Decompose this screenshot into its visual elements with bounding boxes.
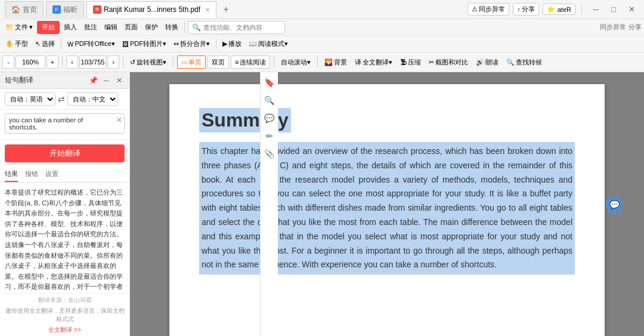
sidebar-comment-icon[interactable]: 💬: [262, 110, 277, 126]
start-menu[interactable]: 开始: [37, 21, 60, 34]
close-button[interactable]: ✕: [624, 3, 639, 16]
crop-compare-btn[interactable]: ✂ 截图和对比: [426, 56, 471, 69]
single-page-btn[interactable]: ▭ 单页: [177, 56, 206, 69]
tab-pdf[interactable]: R Ranjit Kumar 5...inners 5th.pdf ✕: [86, 1, 216, 18]
sidebar-search-icon[interactable]: 🔍: [262, 93, 277, 108]
sep4: [62, 57, 63, 67]
rate-button[interactable]: ⭐ ateR: [543, 4, 575, 15]
error-tab[interactable]: 报错: [25, 167, 38, 182]
sync-icon: ⚠: [472, 5, 478, 13]
tts-btn[interactable]: 🔊 朗读: [473, 56, 501, 69]
sep8: [317, 57, 318, 67]
tab-home[interactable]: 🏠 首页: [5, 1, 44, 18]
prev-page-btn[interactable]: ‹: [66, 56, 78, 69]
title-bar: 🏠 首页 F 福昕 R Ranjit Kumar 5...inners 5th.…: [0, 0, 644, 19]
maximize-button[interactable]: □: [606, 3, 621, 16]
sep5: [123, 57, 123, 67]
zoom-input[interactable]: [16, 56, 45, 69]
crop-icon: ✂: [429, 58, 434, 66]
sidebar-edit-icon[interactable]: ✏: [262, 128, 277, 144]
swap-lang-icon[interactable]: ⇄: [58, 94, 65, 104]
sep6: [173, 57, 174, 67]
protect-menu[interactable]: 保护: [142, 21, 161, 34]
tab-close-icon[interactable]: ✕: [205, 7, 210, 13]
merge-icon: ⇔: [174, 40, 179, 48]
settings-tab[interactable]: 设置: [45, 167, 58, 182]
page-menu[interactable]: 页面: [122, 21, 141, 34]
main-area: 短句翻译 📌 ─ ✕ 自动：英语 ⇄ 自动：中文 ✕ 开始翻译 结果 报错 设置…: [0, 72, 644, 336]
divider: [581, 5, 582, 14]
select-tool[interactable]: ↖ 选择: [32, 38, 58, 51]
rotate-view-btn[interactable]: ↺ 旋转视图▾: [127, 56, 169, 69]
insert-menu[interactable]: 插入: [61, 21, 80, 34]
target-lang-select[interactable]: 自动：中文: [67, 93, 118, 106]
zoom-out-btn[interactable]: -: [2, 56, 14, 69]
next-page-btn[interactable]: ›: [107, 56, 119, 69]
page-nav: ‹ ›: [66, 56, 119, 69]
translate-button[interactable]: 开始翻译: [5, 144, 125, 162]
separator-1: [184, 22, 185, 33]
scene-bg-btn[interactable]: 🌄 背景: [321, 56, 350, 69]
source-lang-select[interactable]: 自动：英语: [5, 93, 55, 106]
reading-mode-btn[interactable]: 📖 阅读模式▾: [246, 38, 291, 51]
search-input[interactable]: [203, 24, 281, 31]
panel-title: 短句翻译: [5, 75, 85, 85]
continuous-btn[interactable]: ≡ 连续阅读: [231, 56, 270, 69]
full-translate-btn[interactable]: 译 全文翻译▾: [352, 56, 395, 69]
sidebar-attach-icon[interactable]: 📎: [262, 146, 277, 162]
share-button[interactable]: ↑ 分享: [513, 3, 539, 16]
auto-scroll-btn[interactable]: 自动滚动▾: [278, 56, 314, 69]
annotate-menu[interactable]: 批注: [81, 21, 100, 34]
file-menu[interactable]: 📁 文件 ▾: [2, 21, 36, 34]
zoom-in-btn[interactable]: +: [47, 56, 58, 69]
convert-menu[interactable]: 转换: [162, 21, 181, 34]
sync-button[interactable]: ⚠ 同步异常: [467, 3, 509, 16]
search-box[interactable]: 🔍: [188, 21, 285, 34]
sep7: [274, 57, 274, 67]
file-icon: 📁: [5, 23, 14, 31]
rate-icon: ⭐: [547, 5, 555, 13]
tts-icon: 🔊: [476, 58, 484, 66]
translate-icon: 译: [355, 58, 361, 67]
full-translate-link[interactable]: 全文翻译 >>: [48, 326, 80, 333]
edit-menu[interactable]: 编辑: [101, 21, 120, 34]
home-icon: 🏠: [11, 5, 20, 14]
lang-select-row: 自动：英语 ⇄ 自动：中文: [0, 89, 129, 110]
tool-toolbar: ✋ 手型 ↖ 选择 W PDF转Office▾ 🖼 PDF转图片▾ ⇔ 拆分合并…: [0, 36, 644, 53]
single-icon: ▭: [181, 58, 187, 66]
tab-foxit[interactable]: F 福昕: [46, 1, 84, 18]
book-icon: 📖: [249, 40, 257, 48]
sync-status: 同步异常: [600, 23, 626, 32]
hand-tool[interactable]: ✋ 手型: [2, 38, 31, 51]
double-page-btn[interactable]: 双页: [208, 56, 229, 69]
toolbar-area: 📁 文件 ▾ 开始 插入 批注 编辑 页面 保护 转换 🔍: [0, 19, 644, 72]
check-icon: 🔍: [506, 58, 515, 66]
panel-close-btn[interactable]: ✕: [114, 75, 125, 86]
select-icon: ↖: [35, 40, 41, 48]
sep3: [216, 39, 216, 50]
split-merge-btn[interactable]: ⇔ 拆分合并▾: [171, 38, 213, 51]
play-btn[interactable]: ▶ 播放: [219, 38, 244, 51]
view-toolbar: - + ‹ › ↺ 旋转视图▾ ▭ 单页 双页 ≡ 连续阅读 自动滚动▾: [0, 53, 644, 72]
clear-input-icon[interactable]: ✕: [116, 116, 122, 124]
check-switch-btn[interactable]: 🔍 查找转候: [503, 56, 545, 69]
compress-icon: 🗜: [400, 58, 407, 66]
panel-min-btn[interactable]: ─: [101, 75, 112, 86]
result-tab[interactable]: 结果: [5, 167, 18, 182]
panel-pin-btn[interactable]: 📌: [88, 75, 98, 86]
float-action-button[interactable]: 💬: [606, 196, 623, 213]
pdf-to-img-btn[interactable]: 🖼 PDF转图片▾: [119, 38, 169, 51]
page-number-input[interactable]: [79, 56, 106, 69]
add-tab-button[interactable]: +: [219, 2, 233, 17]
translation-input[interactable]: [5, 113, 125, 134]
translation-panel: 短句翻译 📌 ─ ✕ 自动：英语 ⇄ 自动：中文 ✕ 开始翻译 结果 报错 设置…: [0, 72, 130, 336]
input-area: ✕: [0, 110, 129, 140]
rotate-icon: ↺: [130, 58, 135, 66]
panel-header: 短句翻译 📌 ─ ✕: [0, 72, 129, 89]
chevron-down-icon: ▾: [29, 23, 33, 31]
play-icon: ▶: [222, 40, 227, 48]
pdf-to-office-btn[interactable]: W PDF转Office▾: [64, 38, 118, 51]
compress-btn[interactable]: 🗜 压缩: [397, 56, 424, 69]
sidebar-bookmark-icon[interactable]: 🔖: [262, 75, 277, 90]
minimize-button[interactable]: ─: [588, 3, 603, 16]
